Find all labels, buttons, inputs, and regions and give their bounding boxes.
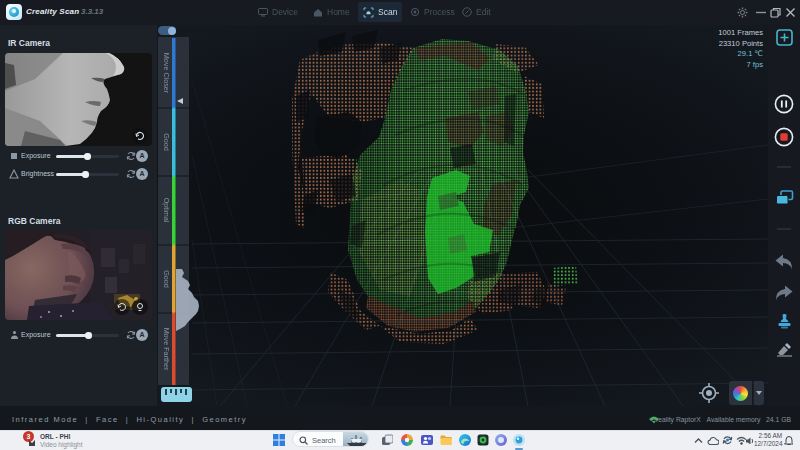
svg-text:Good: Good (162, 270, 171, 288)
svg-text:Optimal: Optimal (162, 198, 171, 223)
svg-text:Move Closer: Move Closer (162, 53, 171, 94)
svg-text:Good: Good (162, 133, 171, 151)
svg-text:Move Farther: Move Farther (162, 328, 171, 371)
